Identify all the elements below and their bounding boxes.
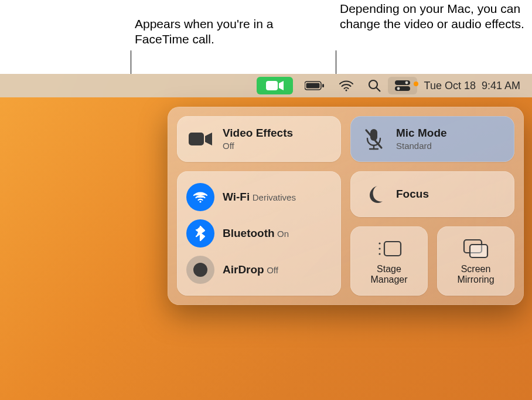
svg-rect-2 — [306, 83, 319, 89]
tile-label: Screen Mirroring — [457, 264, 494, 286]
svg-rect-0 — [266, 81, 278, 90]
tile-title: Focus — [396, 188, 429, 201]
svg-point-16 — [199, 201, 201, 202]
svg-point-5 — [369, 80, 377, 89]
svg-rect-20 — [384, 242, 401, 256]
video-camera-icon — [266, 80, 284, 91]
callout-line — [131, 50, 131, 74]
search-icon — [368, 79, 381, 92]
control-center-panel: Video Effects Off Mic Mode Standard Wi-F… — [168, 107, 524, 305]
mic-mode-tile[interactable]: Mic Mode Standard — [350, 116, 514, 162]
svg-point-8 — [405, 82, 408, 84]
focus-tile[interactable]: Focus — [350, 171, 514, 217]
wifi-row[interactable]: Wi-Fi Derivatives — [186, 183, 332, 211]
svg-point-4 — [345, 90, 347, 91]
screen-mirroring-tile[interactable]: Screen Mirroring — [437, 226, 514, 296]
callout-facetime: Appears when you're in a FaceTime call. — [135, 16, 311, 48]
control-center-button[interactable] — [388, 77, 417, 94]
tile-label: Stage Manager — [370, 264, 407, 286]
facetime-status-button[interactable] — [257, 77, 293, 94]
callout-effects: Depending on your Mac, you can change th… — [340, 1, 527, 32]
battery-status[interactable] — [298, 74, 332, 97]
menubar-datetime[interactable]: Tue Oct 18 9:41 AM — [417, 74, 524, 97]
tile-subtitle: Off — [223, 141, 293, 151]
svg-point-19 — [194, 263, 207, 276]
menubar-date: Tue Oct 18 — [424, 80, 476, 92]
wifi-icon — [339, 80, 354, 91]
stage-manager-tile[interactable]: Stage Manager — [350, 226, 428, 296]
screen-mirroring-icon — [463, 237, 489, 260]
svg-rect-3 — [322, 84, 324, 87]
row-subtitle: Off — [267, 265, 278, 275]
svg-rect-25 — [470, 245, 487, 257]
bluetooth-icon — [186, 219, 214, 248]
video-effects-tile[interactable]: Video Effects Off — [177, 116, 341, 162]
svg-point-22 — [378, 248, 380, 249]
svg-rect-11 — [189, 133, 204, 145]
row-title: AirDrop — [223, 263, 264, 276]
wifi-icon — [186, 183, 214, 211]
row-subtitle: Derivatives — [253, 192, 296, 202]
spotlight-search[interactable] — [361, 74, 388, 97]
mic-muted-icon — [361, 126, 387, 152]
svg-point-10 — [397, 87, 400, 90]
moon-icon — [361, 181, 387, 207]
svg-line-6 — [376, 88, 380, 92]
row-title: Bluetooth — [223, 227, 275, 239]
tile-title: Mic Mode — [396, 127, 447, 140]
menubar-time: 9:41 AM — [482, 80, 520, 92]
tile-subtitle: Standard — [396, 141, 447, 151]
stage-manager-icon — [376, 237, 402, 260]
network-tile: Wi-Fi Derivatives Bluetooth On AirDrop — [177, 171, 341, 296]
battery-icon — [305, 81, 325, 90]
airdrop-icon — [186, 256, 214, 284]
wifi-status[interactable] — [332, 74, 361, 97]
row-subtitle: On — [277, 229, 289, 239]
control-center-icon — [395, 80, 410, 91]
svg-point-23 — [378, 253, 380, 255]
row-title: Wi-Fi — [223, 191, 250, 203]
desktop-wallpaper: Tue Oct 18 9:41 AM Video Effects Off Mic… — [0, 74, 532, 400]
video-camera-icon — [187, 126, 213, 152]
tile-title: Video Effects — [223, 127, 293, 140]
bluetooth-row[interactable]: Bluetooth On — [186, 219, 332, 248]
svg-point-21 — [378, 242, 380, 244]
menubar: Tue Oct 18 9:41 AM — [0, 74, 532, 97]
airdrop-row[interactable]: AirDrop Off — [186, 256, 332, 284]
